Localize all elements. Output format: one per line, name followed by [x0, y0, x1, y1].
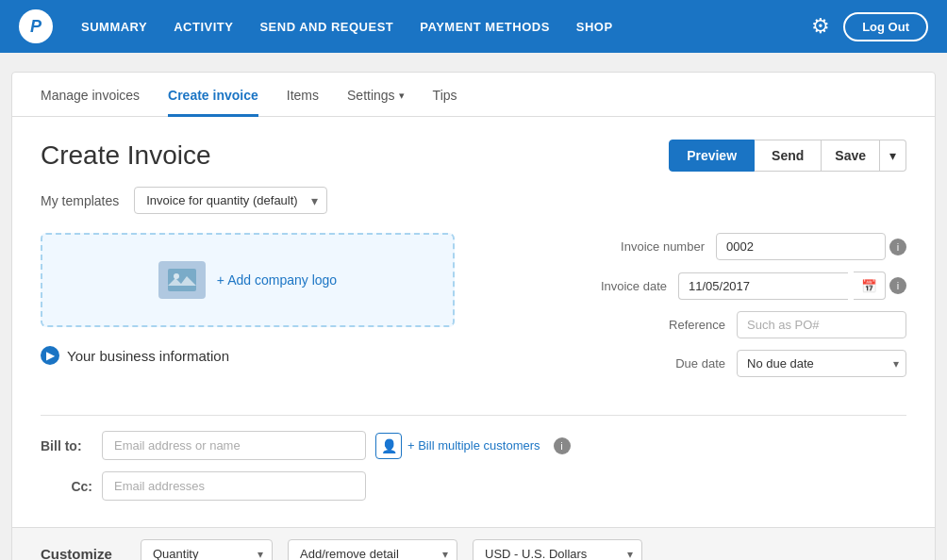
right-column: Invoice number i Invoice date 📅 i Refere…	[492, 233, 906, 388]
templates-select-wrapper: Invoice for quantity (default)	[134, 187, 327, 214]
bill-section: Bill to: 👤 + Bill multiple customers i C…	[12, 431, 935, 527]
page-title: Create Invoice	[41, 140, 211, 171]
add-logo-text: + Add company logo	[217, 272, 337, 288]
due-date-row: Due date No due date	[492, 350, 906, 377]
tab-manage-invoices[interactable]: Manage invoices	[41, 73, 140, 117]
send-button[interactable]: Send	[755, 140, 822, 172]
currency-select[interactable]: USD - U.S. Dollars	[473, 539, 642, 560]
logout-button[interactable]: Log Out	[843, 12, 928, 41]
currency-select-wrapper: USD - U.S. Dollars	[473, 539, 642, 560]
save-dropdown-button[interactable]: ▾	[880, 140, 906, 172]
due-date-label: Due date	[622, 356, 725, 371]
nav-right: ⚙ Log Out	[811, 12, 928, 41]
invoice-date-label: Invoice date	[563, 279, 667, 293]
reference-row: Reference	[492, 311, 906, 338]
cc-row: Cc:	[41, 471, 906, 501]
nav-shop[interactable]: SHOP	[576, 20, 613, 34]
invoice-date-row: Invoice date 📅 i	[492, 272, 906, 300]
reference-label: Reference	[622, 318, 725, 332]
quantity-select[interactable]: Quantity	[141, 539, 273, 560]
save-button[interactable]: Save	[822, 140, 880, 172]
invoice-date-field: 📅	[678, 272, 886, 300]
bill-to-input[interactable]	[102, 431, 366, 460]
tab-settings[interactable]: Settings ▾	[347, 73, 405, 117]
bill-to-row: Bill to: 👤 + Bill multiple customers i	[41, 431, 906, 460]
invoice-number-info-icon[interactable]: i	[889, 239, 906, 255]
templates-row: My templates Invoice for quantity (defau…	[12, 187, 935, 233]
customize-label: Customize	[41, 546, 125, 560]
main-container: Manage invoices Create invoice Items Set…	[11, 72, 936, 560]
logo-upload-box[interactable]: + Add company logo	[41, 233, 455, 327]
customize-bar: Customize Quantity Add/remove detail USD…	[12, 527, 935, 560]
invoice-number-row: Invoice number i	[492, 233, 906, 260]
nav-activity[interactable]: ACTIVITY	[174, 20, 233, 34]
reference-input[interactable]	[737, 311, 906, 338]
invoice-date-input[interactable]	[678, 272, 848, 300]
invoice-number-input[interactable]	[716, 233, 886, 260]
top-navigation: P SUMMARY ACTIVITY SEND AND REQUEST PAYM…	[0, 0, 947, 53]
quantity-select-wrapper: Quantity	[141, 539, 273, 560]
detail-select-wrapper: Add/remove detail	[288, 539, 457, 560]
svg-rect-0	[168, 269, 196, 291]
paypal-logo: P	[19, 9, 53, 43]
header-actions: Preview Send Save ▾	[669, 140, 906, 172]
person-icon: 👤	[375, 433, 402, 459]
two-column-layout: + Add company logo ▶ Your business infor…	[12, 233, 935, 407]
page-header: Create Invoice Preview Send Save ▾	[12, 117, 935, 187]
templates-label: My templates	[41, 193, 119, 208]
templates-select[interactable]: Invoice for quantity (default)	[134, 187, 327, 214]
cc-label: Cc:	[41, 479, 92, 494]
nav-payment-methods[interactable]: PAYMENT METHODS	[420, 20, 550, 34]
invoice-date-info-icon[interactable]: i	[889, 277, 906, 294]
tab-tips[interactable]: Tips	[433, 73, 457, 117]
business-info-section: ▶ Your business information	[41, 346, 455, 365]
invoice-number-label: Invoice number	[601, 239, 705, 254]
bill-info-icon[interactable]: i	[554, 437, 571, 454]
nav-summary[interactable]: SUMMARY	[81, 20, 147, 34]
due-date-select[interactable]: No due date	[737, 350, 906, 377]
tab-items[interactable]: Items	[287, 73, 319, 117]
tab-create-invoice[interactable]: Create invoice	[168, 73, 258, 117]
bill-multiple-customers[interactable]: 👤 + Bill multiple customers	[375, 433, 540, 459]
section-divider	[41, 415, 906, 416]
calendar-button[interactable]: 📅	[854, 272, 886, 300]
preview-button[interactable]: Preview	[669, 140, 755, 172]
cc-input[interactable]	[102, 471, 366, 501]
image-placeholder-icon	[158, 261, 206, 299]
svg-point-1	[174, 273, 179, 279]
nav-send-request[interactable]: SEND AND REQUEST	[259, 20, 393, 34]
due-date-select-wrapper: No due date	[737, 350, 906, 377]
detail-select[interactable]: Add/remove detail	[288, 539, 457, 560]
business-info-label: Your business information	[67, 348, 229, 364]
bill-to-label: Bill to:	[41, 438, 92, 453]
gear-icon[interactable]: ⚙	[811, 14, 830, 39]
expand-icon[interactable]: ▶	[41, 346, 59, 365]
left-column: + Add company logo ▶ Your business infor…	[41, 233, 455, 388]
bill-multiple-label: + Bill multiple customers	[407, 438, 540, 453]
nav-links: SUMMARY ACTIVITY SEND AND REQUEST PAYMEN…	[81, 20, 811, 34]
chevron-down-icon: ▾	[399, 90, 405, 102]
tab-bar: Manage invoices Create invoice Items Set…	[12, 73, 935, 117]
